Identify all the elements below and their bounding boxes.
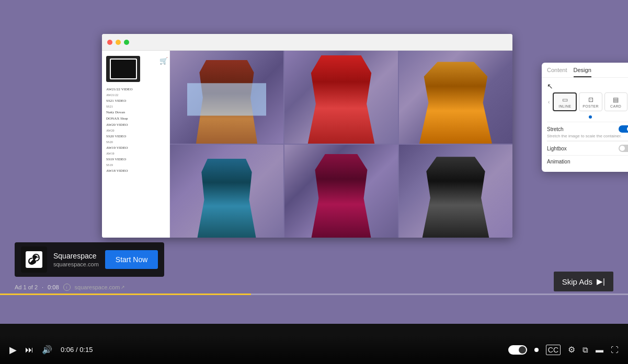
skip-ads-label: Skip Ads: [562, 277, 592, 286]
photo-cell-1: [170, 51, 283, 144]
miniplayer-icon: ⧉: [583, 345, 588, 355]
cart-icon: 🛒: [159, 57, 168, 65]
lightbox-label: Lightbox: [547, 146, 567, 151]
inline-icon: ▭: [562, 96, 568, 103]
browser-chrome: [102, 34, 512, 51]
ad-site-link[interactable]: squarespace.com ↗: [75, 284, 125, 290]
settings-button[interactable]: ⚙: [568, 345, 575, 355]
skip-ads-button[interactable]: Skip Ads ▶|: [554, 272, 613, 291]
start-now-button[interactable]: Start Now: [105, 250, 158, 269]
captions-button[interactable]: CC: [546, 345, 561, 355]
info-icon[interactable]: i: [63, 284, 71, 291]
tab-content[interactable]: Content: [547, 67, 567, 77]
figure-3: [410, 62, 501, 144]
nav-item-8: AW20: [106, 128, 165, 133]
lightbox-toggle[interactable]: [619, 145, 628, 152]
fullscreen-icon: ⛶: [611, 345, 619, 354]
photo-cell-6: [399, 145, 512, 238]
panel-body: ↖ ‹ ▭ INLINE ⊡ POSTER ▤ CARD: [542, 78, 628, 172]
photo-cell-5: [284, 145, 398, 238]
skip-forward-icon: ▶|: [597, 277, 605, 286]
external-link-icon: ↗: [121, 285, 125, 290]
display-options: ‹ ▭ INLINE ⊡ POSTER ▤ CARD ›: [547, 92, 628, 111]
nav-item-6: DONAX Shop: [106, 115, 165, 122]
progress-fill: [0, 293, 251, 295]
browser-mockup: 🛒 AW21/22 VIDEO AW21/22 SS21 VIDEO SS21 …: [102, 34, 512, 238]
ad-logo: [21, 246, 47, 273]
fullscreen-button[interactable]: ⛶: [611, 345, 619, 354]
browser-minimize-dot: [116, 40, 121, 45]
nav-item-4: SS21: [106, 104, 165, 109]
stretch-desc: Stretch the image to scale the container…: [547, 134, 628, 141]
site-logo: [106, 56, 140, 82]
figure-2: [302, 55, 381, 144]
card-icon: ▤: [613, 96, 619, 103]
nav-item-12: AW19: [106, 151, 165, 156]
nav-item-10: SS20: [106, 139, 165, 145]
lightbox-row: Lightbox: [547, 141, 628, 155]
animation-row[interactable]: Animation ›: [547, 155, 628, 168]
site-main-content: [170, 51, 512, 238]
poster-label: POSTER: [583, 104, 599, 108]
volume-button[interactable]: 🔊: [42, 345, 52, 355]
nav-item-7: AW20 VIDEO: [106, 122, 165, 128]
nav-item-2: AW21/22: [106, 92, 165, 98]
photo-grid: [170, 51, 512, 238]
option-inline[interactable]: ▭ INLINE: [553, 92, 577, 111]
progress-bar[interactable]: [0, 293, 628, 295]
ad-brand-name: Squarespace: [53, 252, 99, 260]
theater-mode-icon: ▬: [596, 345, 603, 354]
video-content-area: 🛒 AW21/22 VIDEO AW21/22 SS21 VIDEO SS21 …: [0, 0, 628, 324]
nav-item-5: Natty Dovan: [106, 109, 165, 115]
play-icon: ▶: [9, 344, 17, 356]
cc-icon: CC: [546, 345, 561, 355]
figure-5: [305, 154, 378, 238]
volume-control[interactable]: 🔊: [42, 345, 52, 355]
squarespace-logo: [26, 251, 42, 268]
stretch-toggle[interactable]: [619, 125, 628, 133]
option-card[interactable]: ▤ CARD: [604, 92, 627, 111]
option-poster[interactable]: ⊡ POSTER: [579, 92, 602, 111]
video-player: 🛒 AW21/22 VIDEO AW21/22 SS21 VIDEO SS21 …: [0, 0, 628, 364]
nav-item-9: SS20 VIDEO: [106, 133, 165, 139]
play-button[interactable]: ▶: [9, 344, 17, 356]
ad-count-label: Ad 1 of 2: [15, 284, 38, 290]
miniplayer-button[interactable]: ⧉: [583, 345, 588, 355]
card-label: CARD: [610, 104, 621, 108]
autoplay-toggle[interactable]: [508, 345, 527, 355]
selection-dot: [589, 115, 592, 119]
ad-duration-label: 0:08: [48, 284, 59, 290]
figure-6: [416, 157, 496, 238]
volume-icon: 🔊: [42, 345, 52, 355]
nav-item-14: SS19: [106, 162, 165, 168]
inline-label: INLINE: [558, 104, 571, 108]
design-panel: Content Design ↖ ‹ ▭ INLINE ⊡ POSTER: [542, 63, 628, 172]
cursor-icon: ↖: [547, 82, 628, 90]
nav-item-13: SS19 VIDEO: [106, 156, 165, 162]
skip-next-icon: ⏭: [25, 345, 33, 355]
nav-item-15: AW18 VIDEO: [106, 168, 165, 174]
ad-overlay: Squarespace squarespace.com Start Now: [15, 242, 164, 277]
panel-tabs: Content Design: [542, 63, 628, 78]
nav-prev-icon[interactable]: ‹: [547, 99, 551, 105]
theater-button[interactable]: ▬: [596, 345, 603, 354]
nav-item-3: SS21 VIDEO: [106, 98, 165, 104]
site-sidebar: 🛒 AW21/22 VIDEO AW21/22 SS21 VIDEO SS21 …: [102, 51, 170, 238]
logo-inner: [110, 58, 137, 79]
squarespace-s-icon: [28, 253, 40, 266]
ad-info-bar: Ad 1 of 2 · 0:08 i squarespace.com ↗: [15, 284, 125, 291]
settings-icon: ⚙: [568, 345, 575, 355]
controls-bar: ▶ ⏭ 🔊 0:06 / 0:15 CC: [0, 335, 628, 364]
ad-brand-url: squarespace.com: [53, 261, 99, 267]
stretch-label: Stretch: [547, 126, 564, 132]
logo-art: [111, 60, 136, 78]
tab-design[interactable]: Design: [574, 67, 591, 77]
browser-close-dot: [107, 40, 112, 45]
ad-site-url: squarespace.com: [75, 284, 120, 290]
skip-button[interactable]: ⏭: [25, 345, 33, 355]
browser-maximize-dot: [124, 40, 129, 45]
photo-cell-3: [399, 51, 512, 144]
ad-separator-dot: ·: [42, 284, 43, 290]
site-logo-area: 🛒: [106, 56, 165, 82]
right-controls: CC ⚙ ⧉ ▬ ⛶: [508, 345, 619, 355]
